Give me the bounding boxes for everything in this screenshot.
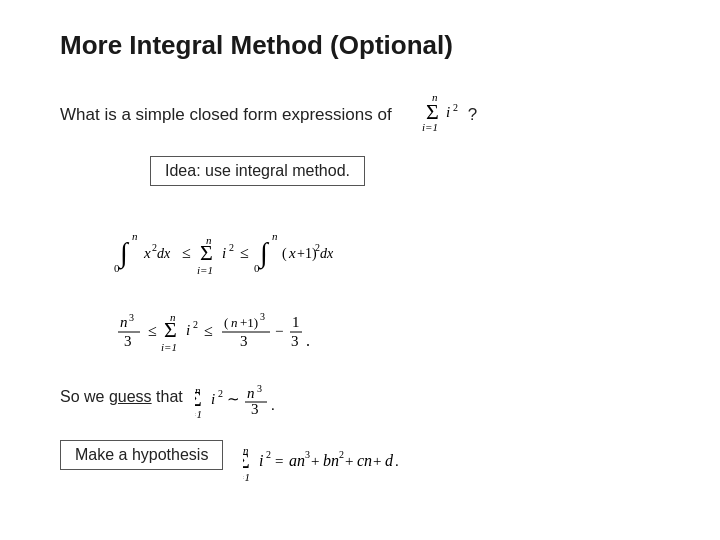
svg-text:∼: ∼ xyxy=(227,391,240,407)
idea-box-container: Idea: use integral method. xyxy=(60,156,660,208)
svg-text:i=1: i=1 xyxy=(161,341,177,353)
svg-text:2: 2 xyxy=(339,449,344,460)
svg-text:3: 3 xyxy=(124,333,132,349)
svg-text:2: 2 xyxy=(229,242,234,253)
svg-text:≤: ≤ xyxy=(182,244,191,261)
svg-text:1: 1 xyxy=(292,314,300,330)
svg-text:3: 3 xyxy=(260,311,265,322)
inequality-block-2: n 3 3 ≤ n Σ i=1 i 2 ≤ ( n +1) 3 3 − xyxy=(60,299,660,358)
svg-text:x: x xyxy=(288,245,296,261)
svg-text:3: 3 xyxy=(240,333,248,349)
svg-text:Σ: Σ xyxy=(243,448,250,473)
svg-text:.: . xyxy=(395,453,399,469)
svg-text:d: d xyxy=(385,452,394,469)
svg-text:.: . xyxy=(271,397,275,413)
svg-text:dx: dx xyxy=(157,246,171,261)
svg-text:i: i xyxy=(446,104,450,120)
question-text-before: What is a simple closed form expressions… xyxy=(60,105,392,125)
svg-text:i: i xyxy=(211,391,215,407)
svg-text:(: ( xyxy=(224,315,228,330)
svg-text:0: 0 xyxy=(254,262,260,274)
page-title: More Integral Method (Optional) xyxy=(60,30,660,61)
svg-text:+: + xyxy=(373,453,381,469)
hypothesis-box: Make a hypothesis xyxy=(60,440,223,470)
svg-text:3: 3 xyxy=(257,383,262,394)
page: More Integral Method (Optional) What is … xyxy=(0,0,720,540)
svg-text:i: i xyxy=(222,245,226,261)
svg-text:i=1: i=1 xyxy=(197,264,213,276)
svg-text:∫: ∫ xyxy=(258,237,270,270)
svg-text:3: 3 xyxy=(291,333,299,349)
svg-text:Σ: Σ xyxy=(164,317,177,342)
svg-text:i=1: i=1 xyxy=(422,121,438,133)
svg-text:≤: ≤ xyxy=(240,244,249,261)
svg-text:n: n xyxy=(247,385,255,401)
svg-text:+: + xyxy=(345,453,353,469)
svg-text:≤: ≤ xyxy=(148,322,157,339)
svg-text:2: 2 xyxy=(266,449,271,460)
svg-text:2: 2 xyxy=(453,102,458,113)
svg-text:i=1: i=1 xyxy=(195,408,202,418)
svg-text:bn: bn xyxy=(323,452,339,469)
idea-box: Idea: use integral method. xyxy=(150,156,365,186)
svg-text:∫: ∫ xyxy=(118,237,130,270)
svg-text:=: = xyxy=(275,453,283,469)
svg-text:an: an xyxy=(289,452,305,469)
svg-text:+: + xyxy=(311,453,319,469)
so-we-guess-line: So we guess that n Σ i=1 i 2 ∼ n 3 3 . xyxy=(60,376,660,418)
svg-text:3: 3 xyxy=(251,401,259,417)
question-text-after: ? xyxy=(468,105,477,125)
svg-text:n: n xyxy=(272,230,278,242)
guess-underlined: guess xyxy=(109,388,152,405)
svg-text:(: ( xyxy=(282,246,287,262)
question-line: What is a simple closed form expressions… xyxy=(60,91,660,138)
sum-formula-question: n Σ i=1 i 2 xyxy=(400,91,460,138)
hypothesis-line: Make a hypothesis n Σ i=1 i 2 = an 3 + b… xyxy=(60,436,660,484)
so-we-guess-text: So we guess that xyxy=(60,388,183,406)
svg-text:Σ: Σ xyxy=(200,240,213,265)
svg-text:cn: cn xyxy=(357,452,372,469)
svg-text:i: i xyxy=(259,452,263,469)
svg-text:+1): +1) xyxy=(297,246,317,262)
svg-text:−: − xyxy=(275,323,283,339)
inequality-block-1: ∫ n 0 x 2 dx ≤ n Σ i=1 i 2 ≤ ∫ n 0 ( x +… xyxy=(60,222,660,281)
svg-text:dx: dx xyxy=(320,246,334,261)
svg-text:x: x xyxy=(143,245,151,261)
svg-text:2: 2 xyxy=(218,388,223,399)
svg-text:n: n xyxy=(120,314,128,330)
svg-text:2: 2 xyxy=(193,319,198,330)
svg-text:3: 3 xyxy=(129,312,134,323)
svg-text:+1): +1) xyxy=(240,315,258,330)
svg-text:n: n xyxy=(132,230,138,242)
svg-text:3: 3 xyxy=(305,449,310,460)
svg-text:i=1: i=1 xyxy=(243,471,250,483)
svg-text:≤: ≤ xyxy=(204,322,213,339)
svg-text:.: . xyxy=(306,332,310,349)
svg-text:n: n xyxy=(231,315,238,330)
svg-text:i: i xyxy=(186,322,190,338)
svg-text:0: 0 xyxy=(114,262,120,274)
